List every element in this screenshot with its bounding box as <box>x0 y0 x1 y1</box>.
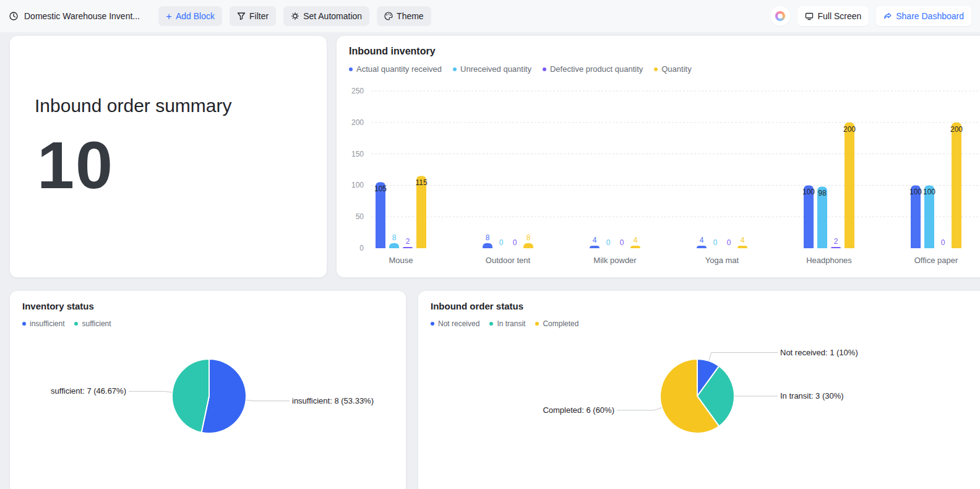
toolbar: Domestic Warehouse Invent... + Add Block… <box>0 0 980 32</box>
set-automation-button[interactable]: Set Automation <box>283 6 369 26</box>
filter-button[interactable]: Filter <box>230 6 276 26</box>
set-automation-label: Set Automation <box>303 11 362 21</box>
y-axis-tick-label: 0 <box>359 244 364 253</box>
bar[interactable] <box>403 247 413 248</box>
value-label: 2 <box>406 237 410 246</box>
share-dashboard-button[interactable]: Share Dashboard <box>876 6 971 26</box>
y-axis-tick-label: 150 <box>351 150 364 158</box>
pie-label: In transit: 3 (30%) <box>780 391 844 400</box>
theme-color-ring-icon <box>775 11 785 21</box>
value-label: 0 <box>606 238 611 247</box>
bar[interactable] <box>523 243 533 248</box>
inventory-status-pie-chart: insufficient: 8 (53.33%)sufficient: 7 (4… <box>10 291 406 489</box>
value-label: 100 <box>802 188 815 196</box>
category-label: Office paper <box>914 256 958 265</box>
automation-icon <box>291 12 299 20</box>
value-label: 4 <box>741 236 745 244</box>
y-axis-tick-label: 50 <box>356 212 364 221</box>
theme-label: Theme <box>397 11 424 21</box>
pie-label: Not received: 1 (10%) <box>780 348 858 357</box>
label-line <box>246 400 290 400</box>
bar[interactable] <box>845 123 854 248</box>
value-label: 100 <box>909 188 922 196</box>
value-label: 4 <box>634 236 638 244</box>
bar-chart: 050100150200250Mouse10582115Outdoor tent… <box>337 36 980 277</box>
label-line <box>617 408 662 410</box>
value-label: 4 <box>700 236 704 244</box>
y-axis-tick-label: 200 <box>351 118 364 127</box>
category-label: Yoga mat <box>705 256 739 265</box>
pie-slice[interactable] <box>172 359 209 433</box>
category-label: Milk powder <box>593 256 637 265</box>
bar[interactable] <box>389 243 399 248</box>
label-line <box>709 353 778 361</box>
y-axis-tick-label: 250 <box>351 87 364 95</box>
bar[interactable] <box>630 246 640 248</box>
y-axis-tick-label: 100 <box>351 181 364 189</box>
value-label: 0 <box>499 238 504 247</box>
value-label: 200 <box>843 125 856 134</box>
history-icon[interactable] <box>9 11 19 21</box>
pie-label: Completed: 6 (60%) <box>543 405 614 415</box>
value-label: 8 <box>527 233 531 242</box>
value-label: 8 <box>392 233 397 242</box>
bar[interactable] <box>737 246 747 248</box>
pie-label: sufficient: 7 (46.67%) <box>51 386 126 396</box>
bar[interactable] <box>590 246 600 248</box>
category-label: Mouse <box>389 256 413 265</box>
label-line <box>129 391 172 392</box>
value-label: 8 <box>486 233 490 242</box>
theme-icon <box>384 12 393 20</box>
bar[interactable] <box>697 246 707 248</box>
share-dashboard-label: Share Dashboard <box>896 11 964 21</box>
value-label: 100 <box>923 188 935 196</box>
fullscreen-icon <box>805 12 814 20</box>
full-screen-label: Full Screen <box>817 11 861 21</box>
dashboard-title: Domestic Warehouse Invent... <box>9 11 140 21</box>
value-label: 0 <box>713 238 718 247</box>
inventory-status-card: Inventory status insufficientsufficient … <box>10 291 406 489</box>
value-label: 98 <box>818 189 827 197</box>
inbound-order-summary-card: Inbound order summary 10 <box>10 36 327 277</box>
inbound-inventory-card: Inbound inventory Actual quantity receiv… <box>337 36 980 277</box>
inbound-order-status-card: Inbound order status Not receivedIn tran… <box>418 291 980 489</box>
bar[interactable] <box>483 243 492 248</box>
value-label: 0 <box>513 238 517 247</box>
add-block-label: Add Block <box>176 11 215 21</box>
bar[interactable] <box>831 247 841 248</box>
value-label: 2 <box>834 237 838 246</box>
category-label: Outdoor tent <box>486 256 531 265</box>
add-block-button[interactable]: + Add Block <box>158 6 222 26</box>
value-label: 4 <box>593 236 597 244</box>
pie-label: insufficient: 8 (53.33%) <box>292 396 374 405</box>
theme-button[interactable]: Theme <box>377 6 431 26</box>
full-screen-button[interactable]: Full Screen <box>797 6 869 26</box>
inbound-order-status-pie-chart: Not received: 1 (10%)In transit: 3 (30%)… <box>418 291 980 489</box>
summary-title: Inbound order summary <box>35 95 232 116</box>
dashboard-title-text: Domestic Warehouse Invent... <box>24 11 140 21</box>
value-label: 0 <box>727 238 731 247</box>
share-icon <box>883 12 892 20</box>
value-label: 0 <box>620 238 624 247</box>
theme-color-button[interactable] <box>770 6 790 26</box>
filter-icon <box>237 12 246 20</box>
value-label: 115 <box>415 178 427 187</box>
value-label: 200 <box>950 125 963 134</box>
filter-label: Filter <box>249 11 269 21</box>
summary-value: 10 <box>37 126 114 204</box>
value-label: 105 <box>374 184 387 193</box>
category-label: Headphones <box>806 256 852 265</box>
plus-icon: + <box>166 11 172 22</box>
bar[interactable] <box>952 123 961 248</box>
value-label: 0 <box>941 238 945 247</box>
